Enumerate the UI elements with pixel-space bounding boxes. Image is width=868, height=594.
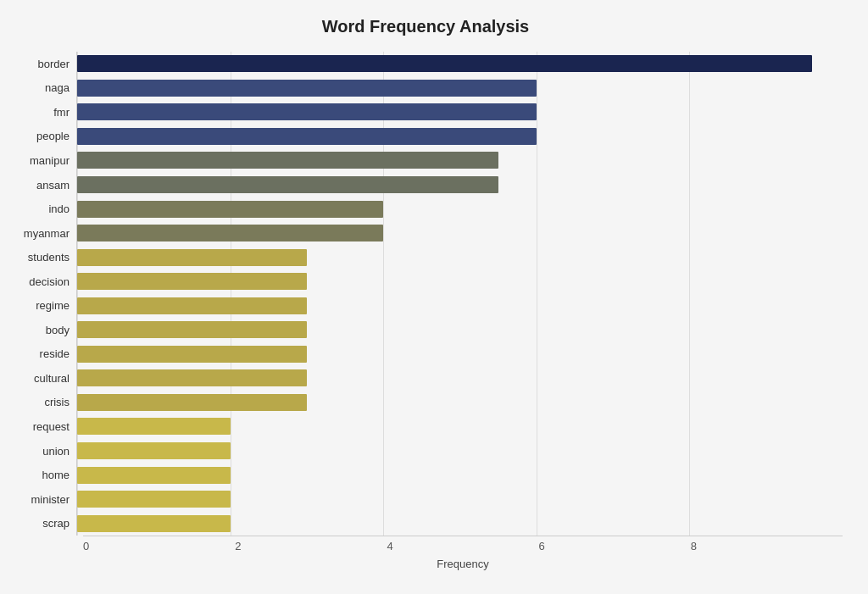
bar-row-students xyxy=(77,247,843,269)
bar-myanmar xyxy=(77,225,383,241)
bar-row-people xyxy=(77,125,843,147)
bar-row-scrap xyxy=(77,513,843,535)
x-tick-2: 2 xyxy=(235,540,241,552)
bar-decision xyxy=(77,273,307,290)
bar-row-regime xyxy=(77,295,843,317)
chart-container: Word Frequency Analysis bordernagafmrpeo… xyxy=(0,0,868,594)
bar-border xyxy=(77,55,812,72)
bar-row-myanmar xyxy=(77,222,843,244)
bar-people xyxy=(77,128,537,145)
bar-minister xyxy=(77,491,231,508)
bar-crisis xyxy=(77,394,307,411)
bar-body xyxy=(77,321,307,338)
y-label-indo: indo xyxy=(48,198,70,220)
bar-row-minister xyxy=(77,488,843,510)
y-label-request: request xyxy=(33,415,70,437)
bar-row-decision xyxy=(77,270,843,292)
bar-row-ansam xyxy=(77,174,843,196)
chart-title: Word Frequency Analysis xyxy=(8,17,843,36)
bar-ansam xyxy=(77,176,498,193)
y-label-decision: decision xyxy=(29,270,70,292)
bar-row-reside xyxy=(77,343,843,365)
y-label-crisis: crisis xyxy=(44,391,70,414)
bar-union xyxy=(77,442,231,459)
bar-indo xyxy=(77,201,383,218)
y-label-students: students xyxy=(28,247,70,269)
y-label-border: border xyxy=(37,53,70,75)
bar-row-border xyxy=(77,53,843,75)
plot-area xyxy=(76,52,843,536)
y-label-fmr: fmr xyxy=(53,101,70,123)
y-label-naga: naga xyxy=(45,77,70,99)
y-label-people: people xyxy=(36,125,70,147)
bar-row-naga xyxy=(77,77,843,99)
y-label-body: body xyxy=(46,319,70,341)
x-tick-4: 4 xyxy=(387,540,392,552)
bar-row-cultural xyxy=(77,367,843,389)
x-axis-ticks: 02468 xyxy=(83,536,843,552)
bar-cultural xyxy=(77,369,307,386)
x-tick-0: 0 xyxy=(83,540,89,552)
bar-reside xyxy=(77,346,307,363)
x-tick-8: 8 xyxy=(691,540,697,552)
y-label-union: union xyxy=(42,440,70,462)
bar-row-indo xyxy=(77,198,843,220)
bar-manipur xyxy=(77,152,498,169)
bar-row-manipur xyxy=(77,149,843,171)
bar-scrap xyxy=(77,515,231,532)
y-axis: bordernagafmrpeoplemanipuransamindomyanm… xyxy=(8,52,76,536)
x-axis-label: Frequency xyxy=(83,558,843,570)
y-label-myanmar: myanmar xyxy=(24,222,70,244)
y-label-reside: reside xyxy=(40,343,70,365)
bar-row-home xyxy=(77,464,843,486)
bar-students xyxy=(77,249,307,266)
y-label-regime: regime xyxy=(36,295,70,317)
bar-home xyxy=(77,467,231,484)
bar-row-union xyxy=(77,440,843,462)
y-label-minister: minister xyxy=(31,488,70,510)
bar-row-body xyxy=(77,319,843,341)
bar-row-fmr xyxy=(77,101,843,123)
bar-row-request xyxy=(77,415,843,437)
y-label-cultural: cultural xyxy=(34,367,70,389)
y-label-ansam: ansam xyxy=(36,174,70,196)
y-label-manipur: manipur xyxy=(30,149,70,171)
bar-row-crisis xyxy=(77,391,843,414)
bar-request xyxy=(77,418,231,435)
y-label-scrap: scrap xyxy=(42,513,70,535)
y-label-home: home xyxy=(42,464,70,486)
bar-fmr xyxy=(77,103,537,120)
bar-regime xyxy=(77,297,307,314)
x-tick-6: 6 xyxy=(539,540,545,552)
bar-naga xyxy=(77,80,537,97)
